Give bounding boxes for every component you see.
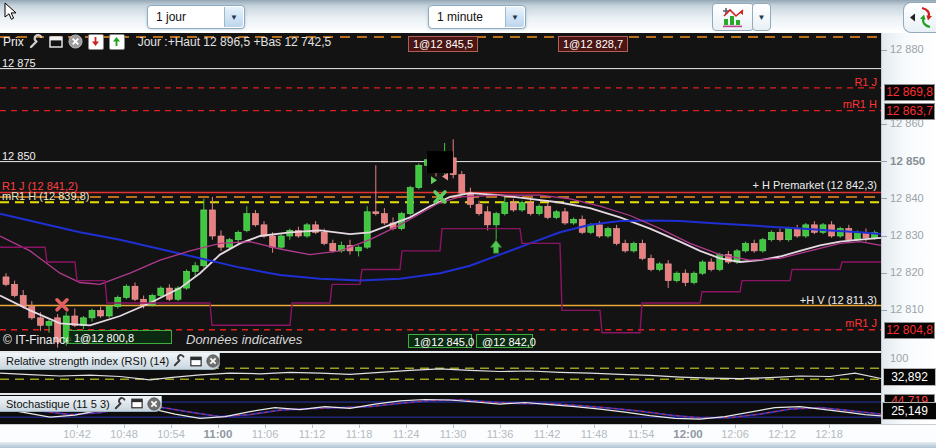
rsi-title: Relative strength index (RSI) (14) [6,355,169,367]
timeframe-day-select[interactable]: 1 jour ▼ [147,5,245,29]
close-icon[interactable] [147,397,161,411]
time-axis-label: 12:06 [713,428,757,440]
swap-arrows-icon [906,4,936,31]
candle [657,262,663,271]
window-icon[interactable] [131,398,143,409]
candle [519,201,525,212]
close-icon[interactable] [206,354,220,368]
stoch-header: Stochastique (11 5 3) [0,396,162,412]
level-label-left: mR1 H (12 839,8) [2,190,89,202]
stoch-title: Stochastique (11 5 3) [6,398,110,410]
bottom-strip [0,442,936,448]
annotation-black-box [427,151,453,173]
candle [837,227,843,238]
candle [98,307,104,318]
window-icon[interactable] [190,356,202,367]
candle [201,199,207,268]
mouse-cursor-icon [3,2,18,21]
candle [106,305,112,318]
candle [510,199,516,212]
triangle-right-marker [431,176,437,184]
candle [614,225,620,245]
candle [536,204,542,215]
candle [381,208,387,225]
close-icon[interactable] [68,34,83,49]
time-axis-label: 11:06 [243,428,287,440]
level-label-right: mR1 H [843,98,877,110]
candle [244,206,250,232]
candle [743,242,749,253]
window-icon[interactable] [49,36,63,48]
candle [553,210,559,219]
price-axis-label: 12 850 [890,155,925,167]
rsi-header: Relative strength index (RSI) (14) [0,353,220,370]
rsi-line [0,369,881,380]
candle [502,195,508,215]
candle [725,251,731,264]
buy-arrow-button[interactable] [109,34,125,50]
candle [768,230,774,241]
candle [639,240,645,260]
candle [184,269,190,289]
top-toolbar: 1 jour ▼ 1 minute ▼ ▼ [0,0,936,33]
candle [691,271,697,284]
order-badge: 1@12 828,7 [558,36,628,52]
candle [459,171,465,195]
candle [794,225,800,238]
candle [562,208,568,225]
chevron-down-icon[interactable]: ▼ [505,7,524,27]
timeframe-minute-value: 1 minute [429,10,505,24]
candle [235,230,241,243]
time-axis-label: 11:30 [431,428,475,440]
candle [811,221,817,234]
time-axis-label: 11:36 [478,428,522,440]
candle [485,206,491,230]
time-axis-label: 11:12 [290,428,334,440]
price-axis-tick [881,161,887,162]
candle [80,316,86,329]
candle [579,216,585,235]
sell-arrow-button[interactable] [88,34,104,50]
candle [700,260,706,275]
chevron-down-icon[interactable]: ▼ [224,7,243,27]
wrench-icon[interactable] [114,398,127,410]
price-axis-tick [881,198,887,199]
chart-type-button[interactable] [712,3,754,31]
price-axis-label: 12 830 [890,229,924,241]
level-label-right: + H Premarket (12 842,3) [753,179,877,191]
candle [708,258,714,271]
time-axis-label: 11:48 [572,428,616,440]
candle [373,165,379,215]
wrench-icon[interactable] [173,355,186,367]
level-label-right: R1 J [854,76,877,88]
candle [313,221,319,234]
timeframe-minute-select[interactable]: 1 minute ▼ [428,5,526,29]
candle [648,255,654,272]
stoch-white-value-badge: 25,149 [882,402,936,420]
price-alert-badge: 12 863,7 [884,103,935,120]
level-label-left: 12 850 [2,150,36,162]
time-axis-label: 11:24 [384,428,428,440]
candle [3,273,9,286]
candle [89,309,95,322]
level-label-right: +H V (12 811,3) [800,294,877,306]
order-badge: 1@12 845,5 [408,36,478,52]
candle [622,240,628,253]
rsi-value-badge: 32,892 [883,368,936,386]
red-down-arrow-icon [90,36,101,47]
candle [218,230,224,250]
wrench-icon[interactable] [29,35,44,49]
candle [330,240,336,253]
candle [278,234,284,249]
time-axis-label: 10:42 [55,428,99,440]
collapse-panel-button[interactable] [903,2,936,33]
chart-type-dropdown[interactable]: ▼ [752,3,771,31]
candle [605,227,611,238]
time-axis-label: 12:12 [760,428,804,440]
candle [571,217,577,224]
time-axis-label: 11:18 [337,428,381,440]
price-chart [0,32,881,351]
time-axis-label: 11:00 [196,428,240,440]
time-axis-label: 12:18 [807,428,851,440]
candle [760,238,766,253]
